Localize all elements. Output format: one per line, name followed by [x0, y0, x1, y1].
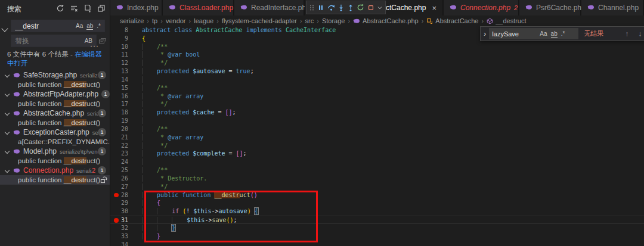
code-line-18[interactable]: 18 protected $cache = [];	[110, 108, 644, 117]
breadcrumb-method[interactable]: __destruct	[496, 17, 526, 24]
tab-index-php[interactable]: Index.php	[110, 0, 163, 15]
breadcrumb-file[interactable]: AbstractCache.php	[363, 17, 419, 24]
search-details-toggle[interactable]: ···	[90, 43, 99, 49]
results-count-text: 6 文件中有 6 个结果 -	[7, 51, 75, 58]
find-match-case-toggle[interactable]: Aa	[540, 30, 547, 37]
code-line-14[interactable]: 14	[110, 76, 644, 84]
breadcrumb-item[interactable]: Storage	[322, 17, 345, 24]
code-line-22[interactable]: 22 */	[110, 142, 644, 150]
search-result-file[interactable]: ExceptionCaster.phpserialize...1	[0, 127, 110, 137]
step-into-icon[interactable]	[338, 4, 345, 11]
search-match-row[interactable]: public function __destruct()	[0, 156, 110, 166]
token: save	[212, 217, 226, 223]
indent-guide	[142, 76, 157, 83]
code-line-21[interactable]: 21 * @var array	[110, 133, 644, 142]
code-line-11[interactable]: 11 * @var bool	[110, 51, 644, 59]
code-line-15[interactable]: 15 /**	[110, 84, 644, 92]
code-line-24[interactable]: 24	[110, 158, 644, 166]
toggle-replace-chevron[interactable]	[1, 25, 8, 32]
tab-psr6cache-php[interactable]: Psr6Cache.php	[519, 0, 581, 15]
code-line-30[interactable]: 30 if (! $this->autosave) {	[110, 207, 644, 216]
open-in-editor-icon[interactable]	[97, 4, 106, 13]
find-whole-word-toggle[interactable]: ab	[551, 30, 558, 38]
new-search-editor-icon[interactable]	[83, 4, 92, 13]
code-editor[interactable]: 8abstract class AbstractCache implements…	[110, 26, 644, 246]
indent-guide	[142, 68, 157, 74]
php-icon	[13, 110, 20, 117]
tab-classloader-php[interactable]: ClassLoader.php4	[163, 0, 234, 15]
code-line-32[interactable]: 32 }	[110, 224, 644, 232]
find-regex-toggle[interactable]: .*	[561, 30, 565, 37]
breadcrumb-item[interactable]: league	[194, 17, 213, 24]
breadcrumb-class[interactable]: AbstractCache	[435, 17, 478, 24]
find-input[interactable]	[489, 30, 540, 38]
next-match-button[interactable]: ↓	[638, 30, 642, 38]
chevron-down-icon[interactable]	[5, 92, 10, 96]
search-match-row[interactable]: a[Caster::PREFIX_DYNAMIC."__destru...	[0, 137, 110, 147]
breakpoint-icon[interactable]	[114, 218, 119, 223]
previous-match-button[interactable]: ↑	[625, 30, 628, 38]
code-line-26[interactable]: 26 * Destructor.	[110, 175, 644, 183]
code-line-29[interactable]: 29 {	[110, 199, 644, 207]
chevron-down-icon[interactable]	[5, 111, 10, 116]
code-line-31[interactable]: 31 $this->save();	[110, 216, 644, 224]
search-result-file[interactable]: SafeStorage.phpserialize\tp\...1	[0, 70, 110, 80]
code-line-20[interactable]: 20 /**	[110, 125, 644, 133]
clear-search-results-icon[interactable]	[69, 4, 79, 13]
code-line-33[interactable]: 33 }	[110, 232, 644, 241]
breadcrumb-item[interactable]: serialize	[120, 17, 144, 24]
whole-word-toggle[interactable]: ab	[86, 23, 93, 30]
indent-guide	[157, 217, 172, 223]
search-match-row[interactable]: public function __destruct()×	[0, 175, 110, 185]
search-result-file[interactable]: AbstractFtpAdapter.phpseri...1	[0, 89, 110, 99]
code-line-28[interactable]: 28 public function __destruct()	[110, 191, 644, 200]
tab-channel-php[interactable]: Channel.php	[581, 0, 644, 15]
find-replace-toggle[interactable]: ›	[484, 29, 486, 38]
code-line-25[interactable]: 25 /**	[110, 166, 644, 175]
token: bool	[185, 51, 200, 58]
breadcrumb-item[interactable]: tp	[152, 17, 157, 24]
search-result-file[interactable]: Model.phpserialize\tp\vendo...1	[0, 147, 110, 156]
replace-match-icon[interactable]	[100, 176, 108, 185]
step-over-icon[interactable]	[327, 4, 335, 11]
code-line-12[interactable]: 12 */	[110, 59, 644, 67]
code-line-10[interactable]: 10 /**	[110, 43, 644, 51]
breadcrumb-item[interactable]: src	[305, 17, 314, 24]
chevron-down-icon[interactable]	[5, 130, 10, 135]
search-match-row[interactable]: public function __destruct()	[0, 99, 110, 108]
search-match-row[interactable]: public function __destruct()	[0, 80, 110, 89]
breadcrumb-item[interactable]: flysystem-cached-adapter	[222, 17, 297, 24]
chevron-down-icon[interactable]	[377, 5, 383, 11]
chevron-down-icon[interactable]	[5, 168, 10, 173]
tab-connection-php[interactable]: Connection.php2	[444, 0, 519, 15]
code-line-13[interactable]: 13 protected $autosave = true;	[110, 67, 644, 76]
chevron-down-icon[interactable]	[5, 149, 10, 154]
replace-all-button[interactable]	[98, 36, 107, 46]
code-line-19[interactable]: 19	[110, 117, 644, 125]
replace-input[interactable]	[11, 37, 85, 45]
tab-close-icon[interactable]: ×	[432, 4, 436, 13]
code-line-27[interactable]: 27 */	[110, 183, 644, 191]
refresh-icon[interactable]	[55, 4, 65, 13]
match-actions: ×	[100, 176, 110, 185]
stop-icon[interactable]	[367, 4, 374, 11]
search-result-file[interactable]: Connection.phpserializ...21	[0, 166, 110, 175]
restart-icon[interactable]	[357, 4, 364, 11]
line-number: 30	[110, 207, 128, 216]
breadcrumb-item[interactable]: vendor	[166, 17, 186, 24]
breakpoint-icon[interactable]	[114, 193, 119, 198]
code-line-17[interactable]: 17 */	[110, 100, 644, 108]
match-case-toggle[interactable]: Aa	[76, 23, 83, 29]
pause-icon[interactable]	[317, 4, 324, 11]
chevron-down-icon[interactable]	[5, 73, 10, 77]
code-line-16[interactable]: 16 * @var array	[110, 92, 644, 101]
match-highlight: __destr	[64, 157, 86, 164]
tab-readinterface-php[interactable]: ReadInterface.php	[234, 0, 305, 15]
search-result-file[interactable]: AbstractCache.phpserialize\t...1	[0, 108, 110, 118]
step-out-icon[interactable]	[347, 4, 354, 11]
code-line-23[interactable]: 23 protected $complete = [];	[110, 150, 644, 158]
search-match-row[interactable]: public function __destruct()	[0, 118, 110, 127]
regex-toggle[interactable]: .*	[97, 23, 101, 29]
search-input[interactable]	[11, 22, 76, 30]
code-line-34[interactable]: 34	[110, 241, 644, 246]
